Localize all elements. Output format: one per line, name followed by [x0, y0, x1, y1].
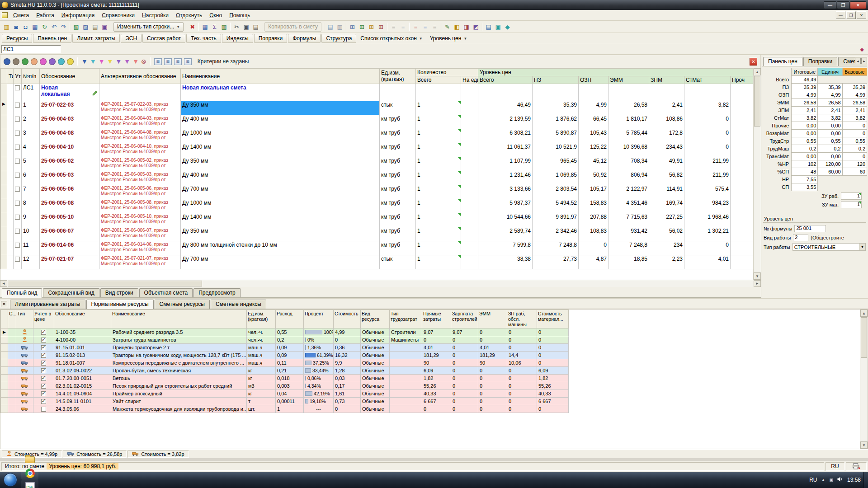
- filter-funnel-icon-7[interactable]: ▼: [132, 58, 139, 65]
- view-tab-4[interactable]: Объектная смета: [139, 288, 193, 297]
- price-cell[interactable]: 18,85: [609, 255, 649, 269]
- open-estimate-icon[interactable]: ▥: [2, 22, 11, 32]
- copy-icon[interactable]: ▣: [241, 22, 251, 32]
- res-labor-type-cell[interactable]: [390, 367, 422, 375]
- res-rate-cell[interactable]: 0,04: [276, 390, 304, 398]
- res-percent-cell[interactable]: ---: [304, 405, 334, 413]
- panel-button-лимит-затраты[interactable]: Лимит. затраты: [72, 34, 120, 43]
- price-value-cell[interactable]: 60,00: [818, 168, 842, 176]
- work-kind-field[interactable]: 2: [793, 234, 808, 241]
- panel-button-индексы[interactable]: Индексы: [222, 34, 253, 43]
- justification-cell[interactable]: 25-06-006-07: [40, 227, 99, 241]
- res-cost-cell[interactable]: 16,32: [334, 352, 361, 359]
- res-salary-cell[interactable]: 0: [451, 398, 478, 405]
- res-unit-cell[interactable]: маш.ч: [247, 359, 276, 367]
- justification-cell[interactable]: 25-06-004-03: [40, 115, 99, 129]
- price-cell[interactable]: 0: [684, 241, 731, 255]
- res-cost-cell[interactable]: 0,73: [334, 398, 361, 405]
- change-row-type-button[interactable]: Изменить тип строки...▼: [113, 22, 184, 32]
- resources-tab-2[interactable]: Нормативные ресурсы: [86, 300, 154, 309]
- estimate-row[interactable]: 725-06-005-06ФЕР-2001, 25-06-005-06, при…: [1, 185, 753, 199]
- price-cell[interactable]: 105,17: [579, 185, 609, 199]
- price-cell[interactable]: 105,43: [579, 129, 609, 143]
- res-cost-cell[interactable]: 1,61: [334, 390, 361, 398]
- price-cell[interactable]: [731, 185, 753, 199]
- price-cell[interactable]: 38,38: [478, 255, 533, 269]
- unit-cell[interactable]: км труб: [380, 171, 416, 185]
- name-cell[interactable]: Ду 800 мм толщиной стенки до 10 мм: [181, 241, 380, 255]
- alt-justification-cell[interactable]: ФЕР-2001, 25-06-004-03, приказМинстроя Р…: [99, 115, 181, 129]
- price-cell[interactable]: 26,58: [609, 101, 649, 115]
- price-cell[interactable]: 227,25: [649, 213, 684, 227]
- resources-vertical-scrollbar[interactable]: ▲ ▼: [860, 310, 868, 449]
- quantity-per-unit-cell[interactable]: [461, 241, 478, 255]
- quantity-cell[interactable]: 1: [416, 241, 461, 255]
- price-cell[interactable]: 3 133,66: [478, 185, 533, 199]
- included-checkbox[interactable]: [41, 338, 46, 343]
- alt-justification-cell[interactable]: ФЕР-2001, 25-07-022-03, приказМинстроя Р…: [99, 101, 181, 115]
- maximize-button[interactable]: ❐: [837, 1, 849, 9]
- price-level-section-label[interactable]: Уровень цен: [762, 216, 867, 222]
- res-direct-cell[interactable]: 40,33: [422, 390, 451, 398]
- res-zp-machine-cell[interactable]: 0: [507, 405, 537, 413]
- res-labor-type-cell[interactable]: [390, 390, 422, 398]
- res-name-cell[interactable]: Песок природный для строительных работ с…: [111, 382, 247, 390]
- res-emm-cell[interactable]: 0: [478, 328, 507, 336]
- res-justification-cell[interactable]: 01.7.20.08-0051: [54, 375, 111, 382]
- included-checkbox[interactable]: [41, 330, 46, 335]
- price-cell[interactable]: [731, 115, 753, 129]
- price-cell[interactable]: 108,86: [649, 115, 684, 129]
- res-emm-cell[interactable]: 0: [478, 336, 507, 344]
- res-percent-cell[interactable]: 0%: [304, 336, 334, 344]
- res-zp-machine-cell[interactable]: 0: [507, 344, 537, 352]
- resource-row[interactable]: 01.3.02.09-0022Пропан-бутан, смесь техни…: [1, 367, 569, 375]
- volume-icon[interactable]: [837, 477, 843, 483]
- res-emm-cell[interactable]: 0: [478, 398, 507, 405]
- res-labor-type-cell[interactable]: [390, 359, 422, 367]
- res-cost-cell[interactable]: 9,9: [334, 359, 361, 367]
- price-cell[interactable]: 0: [684, 143, 731, 157]
- quantity-per-unit-cell[interactable]: [461, 227, 478, 241]
- res-rate-cell[interactable]: 0,09: [276, 352, 304, 359]
- resources-tab-4[interactable]: Сметные индексы: [211, 300, 266, 309]
- price-value-cell[interactable]: 0,2: [818, 145, 842, 153]
- grid-view-3-icon[interactable]: ⊞: [367, 22, 376, 32]
- price-value-cell[interactable]: 4,99: [792, 91, 818, 99]
- price-value-cell[interactable]: 2,41: [842, 107, 867, 114]
- show-desktop-button[interactable]: [863, 472, 868, 488]
- res-emm-cell[interactable]: 0: [478, 382, 507, 390]
- quantity-per-unit-cell[interactable]: [461, 157, 478, 171]
- estimate-row[interactable]: 925-06-005-10ФЕР-2001, 25-06-005-10, при…: [1, 213, 753, 227]
- quantity-cell[interactable]: 1: [416, 199, 461, 213]
- res-unit-cell[interactable]: м3: [247, 382, 276, 390]
- chevron-down-icon[interactable]: ▼: [859, 244, 865, 250]
- estimate-row[interactable]: 525-06-005-02ФЕР-2001, 25-06-005-02, при…: [1, 157, 753, 171]
- binoculars-icon[interactable]: ◘: [21, 22, 30, 32]
- alt-justification-cell[interactable]: ФЕР-2001, 25-06-004-08, приказМинстроя Р…: [99, 129, 181, 143]
- row-number-cell[interactable]: 3: [22, 129, 40, 143]
- price-cell[interactable]: 114,91: [649, 185, 684, 199]
- columns-icon[interactable]: ▥: [219, 22, 229, 32]
- grid-view-1-icon[interactable]: ⊞: [348, 22, 357, 32]
- price-value-cell[interactable]: 48: [792, 168, 818, 176]
- scroll-right-icon[interactable]: ►: [754, 280, 761, 287]
- res-rate-cell[interactable]: 0,2: [276, 336, 304, 344]
- price-cell[interactable]: 5 987,37: [478, 199, 533, 213]
- res-unit-cell[interactable]: маш.ч: [247, 352, 276, 359]
- rowtype-marker-1[interactable]: [4, 58, 10, 65]
- minimize-button[interactable]: —: [824, 1, 836, 9]
- price-cell[interactable]: 2 139,59: [478, 115, 533, 129]
- res-salary-cell[interactable]: 0: [451, 390, 478, 398]
- price-cell[interactable]: [731, 157, 753, 171]
- approved-checkbox[interactable]: [15, 215, 20, 220]
- price-value-cell[interactable]: 0: [842, 153, 867, 160]
- unit-cell[interactable]: км труб: [380, 241, 416, 255]
- services-icon[interactable]: ◆: [503, 22, 512, 32]
- alt-justification-cell[interactable]: ФЕР-2001, 25-07-021-07, приказМинстроя Р…: [99, 255, 181, 269]
- tree-collapse-icon[interactable]: ≡: [398, 22, 408, 32]
- grouping-view-icon[interactable]: ⊞: [154, 58, 162, 65]
- res-justification-cell[interactable]: 1-100-35: [54, 328, 111, 336]
- mdi-close-button[interactable]: ✕: [857, 11, 866, 19]
- quantity-cell[interactable]: 1: [416, 171, 461, 185]
- resource-row[interactable]: 91.15.02-013Тракторы на гусеничном ходу,…: [1, 352, 569, 359]
